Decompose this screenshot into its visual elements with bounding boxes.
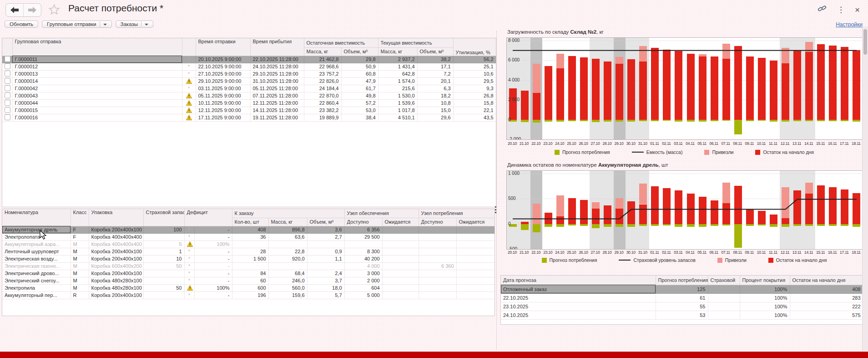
cell-nomenclature[interactable]: Электропила: [2, 284, 71, 292]
cell-safety-stock[interactable]: [143, 292, 184, 299]
cell-arrival[interactable]: 29.10.2025 11:28:00: [250, 70, 304, 77]
cell-consumption-expected[interactable]: [456, 240, 495, 248]
cell-deficit-icon[interactable]: *: [184, 277, 194, 284]
cell-arrival[interactable]: 22.10.2025 11:28:00: [250, 56, 304, 63]
cell-group-id[interactable]: Г.0000011: [12, 56, 182, 63]
cell-supply-expected[interactable]: [382, 270, 419, 277]
cell-supply-expected[interactable]: [382, 292, 419, 299]
orders-button[interactable]: Заказы: [116, 20, 153, 28]
cell-consumption-available[interactable]: [419, 292, 456, 299]
favorite-star-icon[interactable]: [48, 4, 60, 17]
cell-class[interactable]: F: [71, 226, 89, 233]
cell-current-mass[interactable]: 1 431,4: [378, 63, 417, 70]
cell-group-id[interactable]: Г.0000044: [12, 99, 182, 107]
cell-status-icon[interactable]: [182, 77, 196, 85]
cell-supply-available[interactable]: 2 000: [344, 277, 382, 284]
cell-group-id[interactable]: Г.0000043: [12, 92, 182, 99]
cell-consumption-available[interactable]: [419, 270, 456, 277]
header-forecast-demand[interactable]: Прогноз потребления: [656, 276, 708, 285]
cell-class[interactable]: M: [71, 277, 89, 284]
cell-status-icon[interactable]: [182, 99, 196, 107]
cell-departure[interactable]: 12.11.2025 9:00:00: [196, 107, 250, 114]
table-row[interactable]: Электрический дрово...MКоробка 200x400x1…: [2, 270, 495, 277]
cell-deficit[interactable]: -: [194, 277, 232, 284]
cell-consumption-expected[interactable]: [456, 292, 495, 299]
row-checkbox-cell[interactable]: [2, 63, 12, 70]
splitter-handle[interactable]: [495, 206, 496, 213]
cell-group-id[interactable]: Г.0000012: [12, 63, 182, 70]
cell-packaging[interactable]: Коробка 200x400x100: [89, 248, 143, 255]
cell-arrival[interactable]: 14.11.2025 11:28:00: [250, 107, 304, 114]
cell-deficit[interactable]: -: [194, 270, 232, 277]
cell-safety-stock[interactable]: 10: [143, 255, 184, 262]
cell-residual-volume[interactable]: 53,0: [341, 107, 378, 114]
table-row[interactable]: 23.10.202555100%222: [501, 302, 863, 311]
cell-group-id[interactable]: Г.0000014: [12, 77, 182, 85]
cell-supply-available[interactable]: 40 200: [344, 255, 382, 262]
header-residual-volume[interactable]: Объем, м³: [341, 47, 378, 56]
cell-departure[interactable]: 22.10.2025 9:00:00: [196, 63, 250, 70]
cell-residual-mass[interactable]: 23 382,2: [304, 107, 341, 114]
cell-consumption-available[interactable]: [419, 284, 456, 292]
cell-class[interactable]: M: [71, 248, 89, 255]
cell-order-volume[interactable]: 3,6: [307, 226, 344, 233]
vertical-scrollbar[interactable]: [862, 26, 868, 351]
cell-order-mass[interactable]: [268, 240, 307, 248]
table-row[interactable]: Аккумуляторный аэра...MКоробка 400x400x4…: [2, 240, 495, 248]
cell-status-icon[interactable]: *: [182, 85, 196, 92]
cell-nomenclature[interactable]: Электрическая возду...: [2, 255, 71, 262]
settings-link[interactable]: Настройки: [836, 21, 863, 28]
cell-order-mass[interactable]: 22,8: [268, 248, 307, 255]
table-row[interactable]: Г.0000011*20.10.2025 9:00:0022.10.2025 1…: [2, 56, 496, 63]
cell-consumption-available[interactable]: [419, 277, 456, 284]
cell-packaging[interactable]: Коробка 600x400x200: [89, 262, 143, 270]
cell-departure[interactable]: 10.11.2025 9:00:00: [196, 99, 250, 107]
table-row[interactable]: Отложенный заказ125100%408: [501, 285, 863, 293]
cell-packaging[interactable]: Коробка 480x280x100: [89, 284, 143, 292]
cell-arrival[interactable]: 05.11.2025 11:28:00: [250, 85, 304, 92]
row-checkbox[interactable]: [5, 78, 10, 84]
cell-current-volume[interactable]: 20,1: [417, 77, 453, 85]
cell-consumption-available[interactable]: [419, 255, 456, 262]
header-safety-stock[interactable]: Страховой запас: [143, 209, 184, 226]
cell-consumption-expected[interactable]: [456, 284, 495, 292]
cell-supply-available[interactable]: 6 356: [344, 226, 382, 233]
cell-current-mass[interactable]: 1 574,0: [378, 77, 417, 85]
cell-packaging[interactable]: Коробка 400x400x400: [89, 240, 143, 248]
table-row[interactable]: 22.10.202561100%283: [501, 293, 863, 302]
cell-order-volume[interactable]: [307, 262, 344, 270]
cell-departure[interactable]: 17.11.2025 9:00:00: [196, 114, 250, 121]
table-row[interactable]: Г.000001512.11.2025 9:00:0014.11.2025 11…: [2, 107, 496, 114]
table-row[interactable]: Ленточный шуруповертMКоробка 200x400x100…: [2, 248, 495, 255]
cell-forecast-coverage[interactable]: 100%: [740, 285, 790, 293]
row-checkbox[interactable]: [5, 71, 10, 77]
cell-nomenclature[interactable]: Аккумуляторная дрель: [2, 226, 71, 233]
table-row[interactable]: Аккумуляторный пер...RКоробка 200x400x10…: [2, 292, 495, 299]
cell-departure[interactable]: 29.10.2025 9:00:00: [196, 77, 250, 85]
cell-current-mass[interactable]: 2 937,2: [378, 56, 417, 63]
cell-order-qty[interactable]: 36: [232, 233, 268, 240]
header-consumption-available[interactable]: Доступно: [419, 218, 456, 226]
cell-residual-volume[interactable]: 29,8: [341, 56, 378, 63]
table-row[interactable]: Г.000001617.11.2025 9:00:0019.11.2025 11…: [2, 114, 496, 121]
close-icon[interactable]: ×: [855, 5, 860, 14]
row-checkbox-cell[interactable]: [2, 92, 12, 99]
cell-residual-mass[interactable]: 22 860,4: [304, 99, 341, 107]
cell-residual-volume[interactable]: 50,9: [341, 63, 378, 70]
row-checkbox[interactable]: [5, 107, 10, 113]
cell-order-mass[interactable]: 63,6: [268, 233, 307, 240]
cell-forecast-balance[interactable]: 222: [790, 302, 863, 311]
cell-consumption-available[interactable]: [419, 248, 456, 255]
cell-consumption-expected[interactable]: [456, 270, 495, 277]
cell-deficit[interactable]: -: [194, 248, 232, 255]
header-deficit[interactable]: Дефицит: [184, 209, 232, 226]
cell-order-mass[interactable]: [268, 262, 307, 270]
cell-deficit[interactable]: -: [194, 255, 232, 262]
header-forecast-date[interactable]: Дата прогноза: [501, 276, 656, 285]
cell-departure[interactable]: 05.11.2025 9:00:00: [196, 92, 250, 99]
header-qty[interactable]: Кол-во, шт: [232, 218, 268, 226]
cell-supply-expected[interactable]: [382, 226, 419, 233]
row-checkbox[interactable]: [5, 85, 10, 91]
cell-packaging[interactable]: Коробка 480x280x100: [89, 277, 143, 284]
cell-consumption-available[interactable]: [419, 233, 456, 240]
